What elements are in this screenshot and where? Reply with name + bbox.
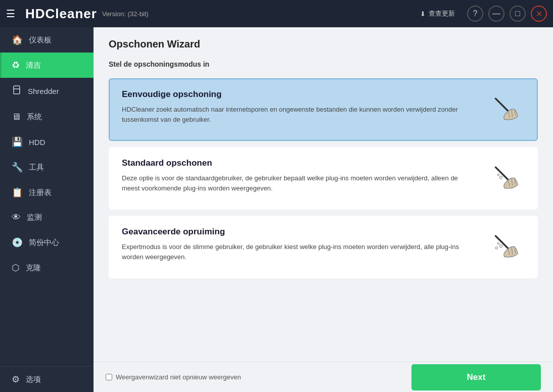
option-simple[interactable]: Eenvoudige opschoning HDCleaner zoekt au… bbox=[109, 78, 538, 141]
content-header: Opschonen Wizard bbox=[94, 27, 553, 55]
dont-show-again-label[interactable]: Weergavenwizard niet opnieuw weergeven bbox=[106, 373, 241, 381]
content-area: Opschonen Wizard Stel de opschoningsmodu… bbox=[94, 27, 553, 392]
content-body: Stel de opschoningsmodus in Eenvoudige o… bbox=[94, 55, 553, 362]
sidebar-item-registry[interactable]: 📋 注册表 bbox=[0, 180, 94, 205]
sidebar-label-shredder: Shredder bbox=[28, 87, 59, 95]
sidebar-item-clean[interactable]: ♻ 清吉 bbox=[0, 53, 94, 78]
sidebar-item-clone[interactable]: ⬡ 克隆 bbox=[0, 255, 94, 280]
tools-icon: 🔧 bbox=[12, 162, 23, 173]
option-advanced-title: Geavanceerde opruiming bbox=[122, 227, 474, 237]
clone-icon: ⬡ bbox=[12, 262, 20, 273]
sidebar-label-hdd: HDD bbox=[29, 138, 45, 146]
sidebar-label-tools: 工具 bbox=[29, 163, 44, 172]
broom-simple-icon bbox=[484, 89, 525, 130]
option-standard[interactable]: Standaard opschonen Deze optie is voor d… bbox=[109, 147, 538, 210]
options-icon: ⚙ bbox=[12, 374, 20, 385]
option-standard-title: Standaard opschonen bbox=[122, 158, 474, 168]
option-simple-text: Eenvoudige opschoning HDCleaner zoekt au… bbox=[122, 89, 484, 124]
option-simple-title: Eenvoudige opschoning bbox=[122, 89, 474, 100]
sidebar-item-options[interactable]: ⚙ 选项 bbox=[0, 367, 94, 392]
help-button[interactable]: ? bbox=[467, 6, 483, 22]
sidebar-item-shredder[interactable]: Shredder bbox=[0, 78, 94, 105]
option-standard-text: Standaard opschonen Deze optie is voor d… bbox=[122, 158, 484, 193]
sidebar-item-tools[interactable]: 🔧 工具 bbox=[0, 155, 94, 180]
option-standard-desc: Deze optie is voor de standaardgebruiker… bbox=[122, 173, 474, 193]
svg-rect-0 bbox=[14, 86, 20, 94]
sidebar-item-system[interactable]: 🖥 系统 bbox=[0, 105, 94, 129]
sidebar-label-registry: 注册表 bbox=[29, 188, 52, 198]
dont-show-again-checkbox[interactable] bbox=[106, 374, 112, 380]
svg-point-8 bbox=[497, 242, 499, 244]
titlebar: ☰ HDCleaner Version: (32-bit) ⬇ 查查更新 ? —… bbox=[0, 0, 553, 27]
sidebar-item-backup[interactable]: 💿 简份中心 bbox=[0, 230, 94, 255]
broom-standard-icon bbox=[484, 158, 525, 199]
close-button[interactable]: ✕ bbox=[531, 6, 547, 22]
option-advanced[interactable]: Geavanceerde opruiming Expertmodus is vo… bbox=[109, 216, 538, 278]
next-button[interactable]: Next bbox=[411, 364, 541, 390]
monitor-icon: 👁 bbox=[12, 212, 21, 223]
clean-icon: ♻ bbox=[12, 60, 20, 71]
update-label: 查查更新 bbox=[429, 9, 455, 18]
broom-advanced-icon bbox=[484, 227, 525, 267]
sidebar-item-monitor[interactable]: 👁 监测 bbox=[0, 205, 94, 230]
sidebar-item-dashboard[interactable]: 🏠 仪表板 bbox=[0, 27, 94, 53]
main-layout: 🏠 仪表板 ♻ 清吉 Shredder 🖥 系统 💾 HDD 🔧 bbox=[0, 27, 553, 392]
sidebar-item-hdd[interactable]: 💾 HDD bbox=[0, 129, 94, 155]
system-icon: 🖥 bbox=[12, 112, 21, 122]
section-subtitle: Stel de opschoningsmodus in bbox=[109, 60, 538, 68]
sidebar-label-clean: 清吉 bbox=[26, 61, 41, 70]
svg-point-9 bbox=[495, 247, 497, 249]
home-icon: 🏠 bbox=[12, 34, 23, 45]
menu-icon[interactable]: ☰ bbox=[6, 8, 15, 20]
svg-point-5 bbox=[497, 174, 499, 176]
content-footer: Weergavenwizard niet opnieuw weergeven N… bbox=[94, 362, 553, 392]
sidebar-label-system: 系统 bbox=[27, 112, 42, 122]
backup-icon: 💿 bbox=[12, 237, 23, 248]
app-version: Version: (32-bit) bbox=[102, 10, 149, 18]
minimize-button[interactable]: — bbox=[488, 6, 504, 22]
dont-show-again-text: Weergavenwizard niet opnieuw weergeven bbox=[116, 373, 241, 381]
sidebar-label-dashboard: 仪表板 bbox=[29, 35, 52, 45]
hdd-icon: 💾 bbox=[12, 136, 23, 148]
svg-point-7 bbox=[499, 245, 502, 248]
option-advanced-desc: Expertmodus is voor de slimme gebruiker,… bbox=[122, 242, 474, 262]
option-simple-desc: HDCleaner zoekt automatisch naar interne… bbox=[122, 105, 474, 124]
shredder-icon bbox=[12, 85, 22, 97]
window-controls: ? — □ ✕ bbox=[467, 6, 547, 22]
registry-icon: 📋 bbox=[12, 187, 23, 198]
download-icon: ⬇ bbox=[420, 10, 426, 18]
sidebar: 🏠 仪表板 ♻ 清吉 Shredder 🖥 系统 💾 HDD 🔧 bbox=[0, 27, 94, 392]
sidebar-label-clone: 克隆 bbox=[26, 263, 41, 273]
sidebar-label-options: 选项 bbox=[26, 375, 41, 384]
check-update-button[interactable]: ⬇ 查查更新 bbox=[420, 9, 455, 18]
maximize-button[interactable]: □ bbox=[510, 6, 526, 22]
option-advanced-text: Geavanceerde opruiming Expertmodus is vo… bbox=[122, 227, 484, 262]
sidebar-label-backup: 简份中心 bbox=[29, 238, 59, 248]
sidebar-label-monitor: 监测 bbox=[27, 213, 42, 222]
svg-point-4 bbox=[499, 176, 502, 179]
app-logo: HDCleaner bbox=[25, 6, 97, 22]
sidebar-bottom: ⚙ 选项 bbox=[0, 366, 94, 392]
page-title: Opschonen Wizard bbox=[109, 38, 538, 50]
